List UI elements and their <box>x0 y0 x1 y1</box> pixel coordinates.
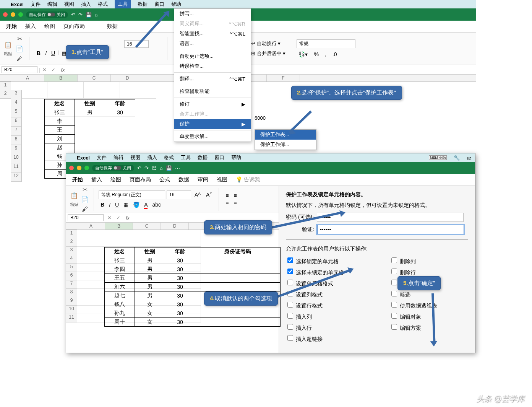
tab-insert[interactable]: 插入 <box>25 23 36 30</box>
cancel-icon[interactable]: ✕ <box>40 67 49 73</box>
name-box[interactable] <box>2 66 37 73</box>
minimize-icon[interactable] <box>11 12 15 17</box>
menu-view[interactable]: 视图 <box>64 1 74 8</box>
menu-insert[interactable]: 插入 <box>81 1 91 8</box>
tab-layout[interactable]: 页面布局 <box>63 23 85 30</box>
cut-icon[interactable]: ✂ <box>15 34 24 43</box>
menu-data[interactable]: 数据 <box>138 1 148 8</box>
underline-button[interactable]: U <box>113 201 121 208</box>
tab-home[interactable]: 开始 <box>72 176 83 183</box>
format-painter-icon[interactable]: 🖌 <box>81 205 89 213</box>
font-color-button[interactable]: A <box>142 201 149 208</box>
format-painter-icon[interactable]: 🖌 <box>15 54 24 63</box>
align-mid-button[interactable]: ≡ <box>232 192 238 199</box>
copy-icon[interactable]: 📄 <box>15 44 24 53</box>
menu-translate[interactable]: 翻译...^⌥⌘T <box>174 74 251 84</box>
perm-checkbox[interactable]: 编辑方案 <box>390 323 437 332</box>
tellme[interactable]: 💡 告诉我 <box>236 176 260 183</box>
close-icon[interactable] <box>69 166 74 170</box>
tab-review[interactable]: 审阅 <box>198 176 208 183</box>
verify-input[interactable] <box>317 225 464 234</box>
menu-edit[interactable]: 编辑 <box>47 1 57 8</box>
menu-window[interactable]: 窗口 <box>214 154 224 161</box>
menu-protect[interactable]: 保护▶ <box>174 119 251 129</box>
autosave-toggle[interactable]: 自动保存关闭 <box>26 11 68 18</box>
app-name[interactable]: Excel <box>11 2 24 7</box>
menu-autocorrect[interactable]: 自动更正选项... <box>174 51 251 61</box>
menu-language[interactable]: 语言... <box>174 39 251 49</box>
align-center-button[interactable]: ≡ <box>232 199 238 207</box>
font-box[interactable]: 等线 Regular (正文) <box>99 190 165 199</box>
tab-home[interactable]: 开始 <box>6 23 17 30</box>
font-dec-button[interactable]: A˅ <box>204 190 214 199</box>
bold-button[interactable]: B <box>35 49 42 57</box>
tab-data[interactable]: 数据 <box>178 176 189 183</box>
number-format-box[interactable]: 常规 <box>297 39 355 48</box>
spreadsheet-grid-2[interactable]: A B C D 1234567891011 姓名 性别 年龄 身份证号码 张三 <box>66 223 279 353</box>
italic-button[interactable]: I <box>107 201 112 208</box>
close-icon[interactable] <box>3 12 8 17</box>
menu-smartlookup[interactable]: 智能查找...^⌥⌘L <box>174 29 251 39</box>
perm-checkbox[interactable]: 删除行 <box>390 267 437 276</box>
minimize-icon[interactable] <box>77 166 81 170</box>
italic-button[interactable]: I <box>43 49 49 57</box>
menu-format[interactable]: 格式 <box>98 1 108 8</box>
menu-accessibility[interactable]: 检查辅助功能 <box>174 86 251 96</box>
perm-checkbox[interactable]: 删除列 <box>390 256 437 265</box>
align-left-button[interactable]: ≡ <box>224 199 230 207</box>
comma-button[interactable]: , <box>323 50 328 58</box>
menu-help[interactable]: 帮助 <box>171 1 181 8</box>
confirm-icon[interactable]: ✓ <box>114 215 123 221</box>
decimal-inc-button[interactable]: .0 <box>331 50 339 58</box>
cut-icon[interactable]: ✂ <box>81 185 89 194</box>
zoom-icon[interactable] <box>84 166 89 170</box>
tab-layout[interactable]: 页面布局 <box>130 176 151 183</box>
tab-draw[interactable]: 绘图 <box>110 176 121 183</box>
autosave-toggle[interactable]: 自动保存关闭 <box>92 165 134 171</box>
paste-button[interactable]: 📋 粘贴 <box>4 41 12 57</box>
save-icon[interactable]: 🖫 <box>152 165 157 171</box>
menu-spelling[interactable]: 拼写... <box>174 9 251 19</box>
perm-checkbox[interactable]: 插入超链接 <box>286 334 344 343</box>
tab-insert[interactable]: 插入 <box>91 176 102 183</box>
fx-icon[interactable]: fx <box>123 215 133 221</box>
percent-button[interactable]: % <box>312 50 320 58</box>
submenu-protect-sheet[interactable]: 保护工作表... <box>255 130 316 140</box>
undo-icon[interactable]: ↶ <box>71 12 75 18</box>
menu-file[interactable]: 文件 <box>31 1 41 8</box>
tab-formula[interactable]: 公式 <box>159 176 170 183</box>
perm-checkbox[interactable]: 插入行 <box>286 323 344 332</box>
fill-color-button[interactable]: 🪣 <box>131 201 141 208</box>
copy-icon[interactable]: 📄 <box>81 195 89 204</box>
perm-checkbox[interactable]: 编辑对象 <box>390 312 437 321</box>
tab-view[interactable]: 视图 <box>217 176 227 183</box>
underline-button[interactable]: U <box>49 49 57 57</box>
paste-button[interactable]: 📋 粘贴 <box>70 192 78 207</box>
zoom-icon[interactable] <box>18 12 23 17</box>
wrap-text-button[interactable]: ↩ 自动换行 ▾ <box>251 40 285 47</box>
menu-tools[interactable]: 工具 <box>181 154 191 161</box>
app-name[interactable]: Excel <box>77 155 90 161</box>
menu-format[interactable]: 格式 <box>164 154 174 161</box>
font-inc-button[interactable]: A^ <box>193 190 203 199</box>
confirm-icon[interactable]: ✓ <box>49 67 58 73</box>
fx-icon[interactable]: fx <box>58 67 68 73</box>
perm-checkbox[interactable]: 插入列 <box>286 312 344 321</box>
menu-view[interactable]: 视图 <box>130 154 140 161</box>
home-icon[interactable]: ⌂ <box>160 165 163 171</box>
menu-data[interactable]: 数据 <box>198 154 208 161</box>
name-box-2[interactable] <box>68 214 104 221</box>
more-icon[interactable]: ⋯ <box>175 165 180 171</box>
menu-file[interactable]: 文件 <box>97 154 107 161</box>
menu-goalseek[interactable]: 单变量求解... <box>174 132 251 142</box>
menu-insert[interactable]: 插入 <box>147 154 157 161</box>
menu-errorcheck[interactable]: 错误检查... <box>174 61 251 71</box>
perm-checkbox[interactable]: 选择锁定的单元格 <box>286 256 344 265</box>
redo-icon[interactable]: ↷ <box>144 165 149 171</box>
cancel-icon[interactable]: ✕ <box>105 215 114 221</box>
perm-checkbox[interactable]: 筛选 <box>390 290 437 298</box>
border-button[interactable]: ▦ <box>122 201 130 208</box>
align-top-button[interactable]: ≡ <box>224 192 230 199</box>
perm-checkbox[interactable]: 使用数据透视表 <box>390 301 437 309</box>
save-icon[interactable]: 💾 <box>166 165 172 171</box>
